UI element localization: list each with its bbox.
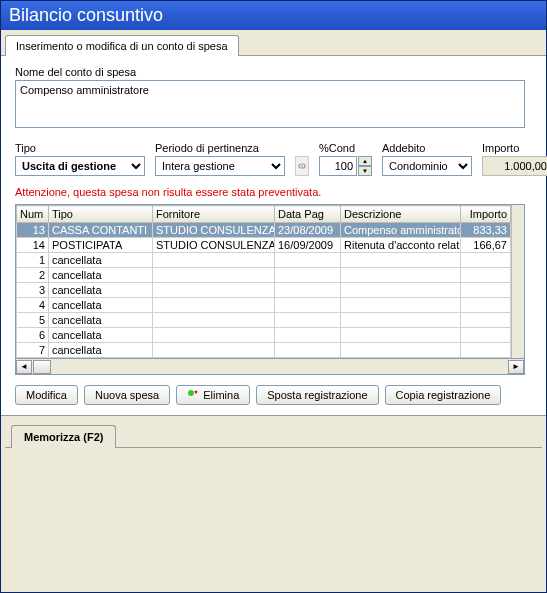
cell-descr: [341, 268, 461, 283]
col-tipo[interactable]: Tipo: [49, 206, 153, 223]
cell-data: [275, 298, 341, 313]
cell-tipo: cancellata: [49, 313, 153, 328]
col-num[interactable]: Num: [17, 206, 49, 223]
cell-descr: [341, 343, 461, 358]
table-row[interactable]: 6cancellata: [17, 328, 511, 343]
table-row[interactable]: 2cancellata: [17, 268, 511, 283]
titlebar: Bilancio consuntivo: [1, 1, 546, 30]
horizontal-scrollbar[interactable]: ◄ ►: [15, 359, 525, 375]
field-addebito: Addebito Condominio: [382, 142, 472, 176]
cell-importo: [461, 313, 511, 328]
content-area: Nome del conto di spesa Compenso amminis…: [1, 56, 546, 415]
col-importo[interactable]: Importo: [461, 206, 511, 223]
cell-data: [275, 283, 341, 298]
cell-importo: [461, 253, 511, 268]
cell-fornitore: [153, 268, 275, 283]
elimina-button[interactable]: Elimina: [176, 385, 250, 405]
addebito-select[interactable]: Condominio: [382, 156, 472, 176]
tab-label: Inserimento o modifica di un conto di sp…: [16, 40, 228, 52]
copia-button[interactable]: Copia registrazione: [385, 385, 502, 405]
form-row: Tipo Uscita di gestione Periodo di perti…: [15, 142, 532, 176]
lower-tabbar: Memorizza (F2): [5, 424, 542, 448]
grid-table: Num Tipo Fornitore Data Pag Descrizione …: [16, 205, 511, 358]
cell-fornitore: [153, 283, 275, 298]
cell-descr: [341, 298, 461, 313]
cell-importo: [461, 298, 511, 313]
importo-display: [482, 156, 547, 176]
cell-tipo: cancellata: [49, 268, 153, 283]
cell-num: 13: [17, 223, 49, 238]
nuova-spesa-button[interactable]: Nuova spesa: [84, 385, 170, 405]
grid-container: Num Tipo Fornitore Data Pag Descrizione …: [15, 204, 525, 359]
delete-icon: [187, 389, 199, 401]
cond-spinner: ▲ ▼: [319, 156, 372, 176]
table-row[interactable]: 4cancellata: [17, 298, 511, 313]
cell-tipo: cancellata: [49, 328, 153, 343]
cell-tipo: cancellata: [49, 253, 153, 268]
link-icon-button[interactable]: [295, 156, 309, 176]
modifica-button[interactable]: Modifica: [15, 385, 78, 405]
field-cond: %Cond ▲ ▼: [319, 142, 372, 176]
tab-inserimento[interactable]: Inserimento o modifica di un conto di sp…: [5, 35, 239, 56]
grid-header-row: Num Tipo Fornitore Data Pag Descrizione …: [17, 206, 511, 223]
cell-fornitore: [153, 298, 275, 313]
cell-fornitore: [153, 328, 275, 343]
cell-tipo: cancellata: [49, 298, 153, 313]
cell-data: [275, 328, 341, 343]
scroll-right-arrow[interactable]: ►: [508, 360, 524, 374]
cond-spin-down[interactable]: ▼: [358, 166, 372, 176]
cell-num: 6: [17, 328, 49, 343]
cell-fornitore: [153, 343, 275, 358]
cell-num: 14: [17, 238, 49, 253]
memorizza-tab[interactable]: Memorizza (F2): [11, 425, 116, 448]
field-tipo: Tipo Uscita di gestione: [15, 142, 145, 176]
cell-num: 4: [17, 298, 49, 313]
cell-importo: 166,67: [461, 238, 511, 253]
button-row: Modifica Nuova spesa Elimina Sposta regi…: [15, 385, 532, 405]
cell-descr: Ritenuta d'acconto relat: [341, 238, 461, 253]
table-row[interactable]: 5cancellata: [17, 313, 511, 328]
upper-panel: Inserimento o modifica di un conto di sp…: [1, 30, 546, 416]
table-row[interactable]: 1cancellata: [17, 253, 511, 268]
periodo-select[interactable]: Intera gestione: [155, 156, 285, 176]
sposta-button[interactable]: Sposta registrazione: [256, 385, 378, 405]
cell-descr: [341, 253, 461, 268]
warning-text: Attenzione, questa spesa non risulta ess…: [15, 186, 532, 198]
cell-importo: [461, 343, 511, 358]
cell-data: 23/08/2009: [275, 223, 341, 238]
link-icon: [296, 160, 308, 172]
cell-data: 16/09/2009: [275, 238, 341, 253]
name-input[interactable]: Compenso amministratore: [15, 80, 525, 128]
table-row[interactable]: 13CASSA CONTANTISTUDIO CONSULENZA23/08/2…: [17, 223, 511, 238]
cell-tipo: cancellata: [49, 283, 153, 298]
grid[interactable]: Num Tipo Fornitore Data Pag Descrizione …: [16, 205, 511, 358]
table-row[interactable]: 7cancellata: [17, 343, 511, 358]
cell-fornitore: STUDIO CONSULENZA: [153, 223, 275, 238]
col-data[interactable]: Data Pag: [275, 206, 341, 223]
scroll-left-arrow[interactable]: ◄: [16, 360, 32, 374]
cond-input[interactable]: [319, 156, 357, 176]
scroll-thumb[interactable]: [33, 360, 51, 374]
field-importo: Importo: [482, 142, 547, 176]
name-label: Nome del conto di spesa: [15, 66, 532, 78]
cell-tipo: cancellata: [49, 343, 153, 358]
col-descr[interactable]: Descrizione: [341, 206, 461, 223]
periodo-label: Periodo di pertinenza: [155, 142, 285, 154]
cell-data: [275, 253, 341, 268]
table-row[interactable]: 3cancellata: [17, 283, 511, 298]
cell-num: 7: [17, 343, 49, 358]
cell-data: [275, 313, 341, 328]
addebito-label: Addebito: [382, 142, 472, 154]
cell-importo: [461, 283, 511, 298]
cond-spin-up[interactable]: ▲: [358, 156, 372, 166]
svg-point-0: [188, 390, 194, 396]
table-row[interactable]: 14POSTICIPATASTUDIO CONSULENZA16/09/2009…: [17, 238, 511, 253]
col-fornitore[interactable]: Fornitore: [153, 206, 275, 223]
cell-data: [275, 268, 341, 283]
vertical-scrollbar[interactable]: [511, 205, 524, 358]
cell-descr: Compenso amministratore: [341, 223, 461, 238]
cell-fornitore: [153, 313, 275, 328]
tipo-select[interactable]: Uscita di gestione: [15, 156, 145, 176]
cell-importo: 833,33: [461, 223, 511, 238]
memorizza-label: Memorizza (F2): [24, 431, 103, 443]
